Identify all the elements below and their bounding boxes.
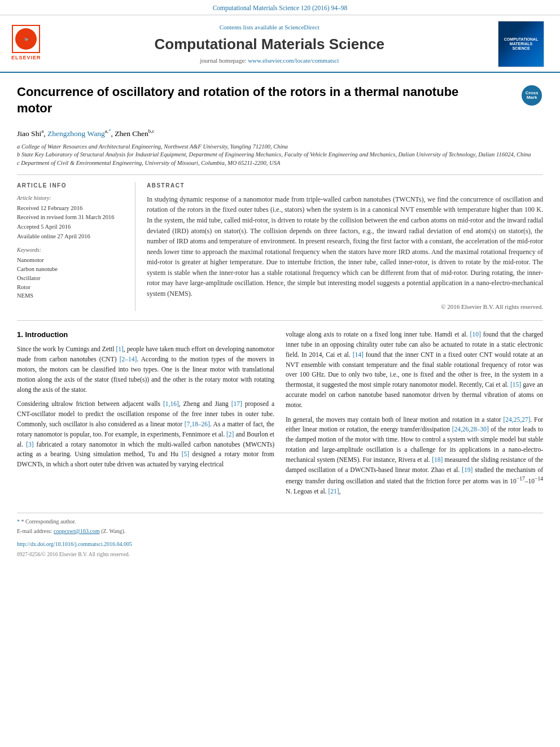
ref-17[interactable]: [17] [231,400,242,407]
section1-heading: 1. Introduction [17,330,274,340]
body-left-paragraph-2: Considering ultralow friction between ad… [17,399,274,470]
journal-reference-bar: Computational Materials Science 120 (201… [0,0,560,15]
article-footer: * * Corresponding author. E-mail address… [17,513,543,558]
body-section: 1. Introduction Since the work by Cuming… [17,330,543,501]
article-title: Concurrence of oscillatory and rotation … [17,84,480,116]
ref-21[interactable]: [21] [328,488,339,495]
ref-1-16[interactable]: [1,16] [163,400,179,407]
abstract-copyright: © 2016 Elsevier B.V. All rights reserved… [147,303,543,311]
cover-title-text: COMPUTATIONAL MATERIALS SCIENCE [504,37,538,51]
accepted-date: Accepted 5 April 2016 [17,223,126,231]
keywords-section: Keywords: Nanomotor Carbon nanotube Osci… [17,246,126,300]
abstract-column: ABSTRACT In studying dynamic response of… [147,182,543,311]
main-content: Concurrence of oscillatory and rotation … [0,73,560,570]
ref-2-b[interactable]: [2] [226,431,234,438]
authors-line: Jiao Shia, Zhengzhong Wanga,*, Zhen Chen… [17,128,543,139]
crossmark-badge[interactable]: CrossMark [520,84,543,107]
ref-15[interactable]: [15] [510,381,521,388]
ref-7-18-26[interactable]: [7,18–26] [185,421,210,427]
ref-2-14[interactable]: [2–14] [120,356,137,362]
header-right: COMPUTATIONAL MATERIALS SCIENCE [498,21,549,67]
received-date: Received 12 February 2016 [17,204,126,213]
author-zhen-chen: Zhen Chen [115,129,148,138]
email-link[interactable]: coopcswt@163.com [54,528,100,534]
affiliation-a: a College of Water Resources and Archite… [17,143,543,151]
body-right-paragraph-1: voltage along axis to rotate on a fixed … [286,330,543,410]
ref-24-25-27[interactable]: [24,25,27] [503,416,530,423]
ref-5[interactable]: [5] [182,451,189,457]
body-left-column: 1. Introduction Since the work by Cuming… [17,330,274,501]
email-note: E-mail address: coopcswt@163.com (Z. Wan… [17,527,543,535]
ref-24-26-28-30[interactable]: [24,26,28–30] [452,426,489,433]
body-right-paragraph-2: In general, the movers may contain both … [286,415,543,497]
ref-18[interactable]: [18] [432,456,443,463]
ref-19[interactable]: [19] [462,466,473,473]
journal-cover-image: COMPUTATIONAL MATERIALS SCIENCE [498,21,544,67]
doi-link[interactable]: http://dx.doi.org/10.1016/j.commatsci.20… [17,541,132,547]
author-zhengzhong-wang[interactable]: Zhengzhong Wang [47,129,105,138]
doi-section: http://dx.doi.org/10.1016/j.commatsci.20… [17,539,543,549]
journal-homepage: journal homepage: www.elsevier.com/locat… [53,56,487,65]
abstract-text: In studying dynamic response of a nanomo… [147,194,543,299]
journal-title: Computational Materials Science [53,34,487,54]
keyword-nems: NEMS [17,292,126,300]
article-title-section: Concurrence of oscillatory and rotation … [17,84,543,122]
ref-3[interactable]: [3] [26,441,33,448]
sciencedirect-text[interactable]: ScienceDirect [285,24,320,30]
history-label: Article history: [17,194,126,202]
footer-copyright: 0927-0256/© 2016 Elsevier B.V. All right… [17,551,543,558]
header-left: 📚 ELSEVIER [11,25,41,64]
section-divider [17,320,543,321]
body-right-column: voltage along axis to rotate on a fixed … [286,330,543,501]
keywords-label: Keywords: [17,246,126,254]
affiliations: a College of Water Resources and Archite… [17,143,543,168]
elsevier-logo: 📚 ELSEVIER [11,25,41,62]
ref-1[interactable]: [1] [116,346,123,352]
article-info-abstract-section: ARTICLE INFO Article history: Received 1… [17,174,543,311]
received-revised-date: Received in revised form 31 March 2016 [17,213,126,222]
affiliation-b: b State Key Laboratory of Structural Ana… [17,151,543,159]
body-left-paragraph-1: Since the work by Cumings and Zettl [1],… [17,344,274,395]
header-center: Contents lists available at ScienceDirec… [41,23,498,65]
star-symbol: * [17,518,20,525]
ref-14[interactable]: [14] [353,351,364,358]
keyword-rotor: Rotor [17,283,126,292]
keyword-carbon-nanotube: Carbon nanotube [17,265,126,274]
sciencedirect-link: Contents lists available at ScienceDirec… [53,23,487,32]
journal-ref-text: Computational Materials Science 120 (201… [213,5,348,11]
article-info-label: ARTICLE INFO [17,182,126,190]
elsevier-label: ELSEVIER [11,54,41,62]
journal-header: 📚 ELSEVIER Contents lists available at S… [0,15,560,73]
affiliation-c: c Department of Civil & Environmental En… [17,159,543,168]
abstract-label: ABSTRACT [147,182,543,190]
keyword-oscillator: Oscillator [17,274,126,283]
keyword-nanomotor: Nanomotor [17,256,126,265]
article-info-column: ARTICLE INFO Article history: Received 1… [17,182,135,311]
available-date: Available online 27 April 2016 [17,233,126,241]
author-jiao-shi: Jiao Shi [17,129,41,138]
corresponding-author-note: * * Corresponding author. [17,518,543,526]
homepage-link[interactable]: www.elsevier.com/locate/commatsci [248,57,339,64]
ref-10[interactable]: [10] [470,331,481,338]
